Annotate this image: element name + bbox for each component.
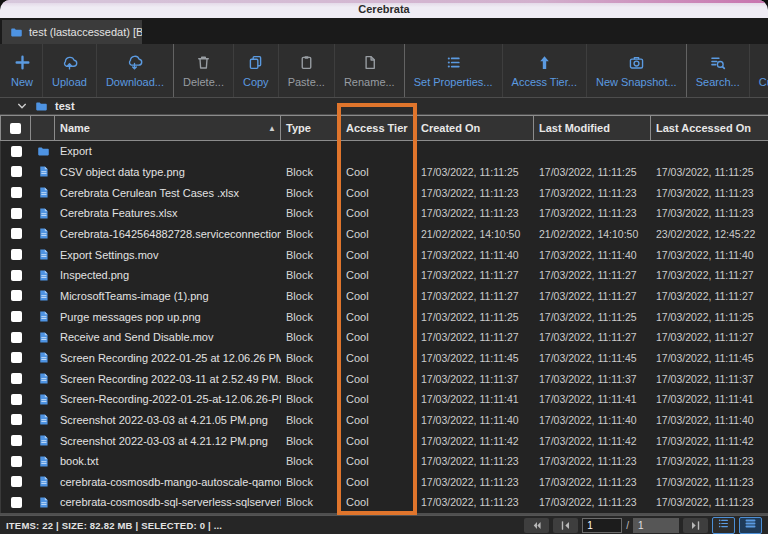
folder-icon <box>10 26 23 39</box>
pagination: / 1 <box>524 517 762 534</box>
cell-name: Export Settings.mov <box>55 249 281 261</box>
upload-button[interactable]: Upload <box>43 44 97 97</box>
new-snapshot-button[interactable]: New Snapshot... <box>587 44 687 97</box>
table-row[interactable]: Receive and Send Disable.mov Block Cool … <box>1 327 768 348</box>
search-icon <box>709 54 727 72</box>
copy-button[interactable]: Copy <box>234 44 279 97</box>
row-checkbox[interactable] <box>11 166 22 177</box>
row-checkbox[interactable] <box>11 435 22 446</box>
row-checkbox[interactable] <box>11 187 22 198</box>
table-row[interactable]: Screen Recording 2022-01-25 at 12.06.26 … <box>1 348 768 369</box>
table-row[interactable]: Screenshot 2022-03-03 at 4.21.05 PM.png … <box>1 410 768 431</box>
cell-type: Block <box>281 393 341 405</box>
table-row[interactable]: cerebrata-cosmosdb-sql-serverless-sqlser… <box>1 492 768 513</box>
header-last-modified[interactable]: Last Modified <box>534 116 651 140</box>
row-checkbox[interactable] <box>11 249 22 260</box>
cell-type: Block <box>281 187 341 199</box>
tree-root-row[interactable]: test <box>0 97 768 115</box>
cell-access-tier: Cool <box>341 414 416 426</box>
cell-last-accessed-on: 23/02/2022, 12:45:22 <box>651 228 768 240</box>
cell-last-modified: 17/03/2022, 11:11:45 <box>534 352 651 364</box>
cell-type: Block <box>281 435 341 447</box>
table-row[interactable]: Export <box>1 141 768 162</box>
table-row[interactable]: Screenshot 2022-03-03 at 4.21.12 PM.png … <box>1 430 768 451</box>
table-row[interactable]: cerebrata-cosmosdb-mango-autoscale-qamon… <box>1 472 768 493</box>
skip-first-icon[interactable] <box>553 518 578 533</box>
cell-last-modified: 17/03/2022, 11:11:41 <box>534 393 651 405</box>
table-row[interactable]: Cerebrata Cerulean Test Cases .xlsx Bloc… <box>1 182 768 203</box>
table-row[interactable]: Screen-Recording-2022-01-25-at-12.06.26-… <box>1 389 768 410</box>
table-row[interactable]: Screen Recording 2022-03-11 at 2.52.49 P… <box>1 368 768 389</box>
row-checkbox[interactable] <box>11 270 22 281</box>
row-checkbox[interactable] <box>11 311 22 322</box>
tab-blob-container[interactable]: test (lastaccessedat) [Blob <box>2 20 142 44</box>
row-checkbox[interactable] <box>11 208 22 219</box>
list-properties-icon <box>444 54 462 72</box>
cell-created-on: 17/03/2022, 11:11:23 <box>416 496 534 508</box>
status-summary: ITEMS: 22 | SIZE: 82.82 MB | SELECTED: 0… <box>6 520 222 531</box>
select-all-checkbox[interactable] <box>10 123 21 134</box>
tab-bar: test (lastaccessedat) [Blob <box>0 18 768 44</box>
tree-root-label: test <box>55 100 75 112</box>
table-row[interactable]: CSV object data type.png Block Cool 17/0… <box>1 162 768 183</box>
table-row[interactable]: MicrosoftTeams-image (1).png Block Cool … <box>1 286 768 307</box>
detail-view-button[interactable] <box>712 517 735 534</box>
search-button[interactable]: Search... <box>687 44 750 97</box>
cell-type: Block <box>281 311 341 323</box>
row-checkbox[interactable] <box>11 456 22 467</box>
row-checkbox[interactable] <box>11 146 22 157</box>
file-icon <box>37 165 50 178</box>
row-checkbox[interactable] <box>11 290 22 301</box>
chevron-down-icon[interactable] <box>16 100 28 112</box>
rename-button[interactable]: Rename... <box>335 44 405 97</box>
header-name[interactable]: Name ▲ <box>55 116 281 140</box>
row-checkbox[interactable] <box>11 497 22 508</box>
cell-created-on: 17/03/2022, 11:11:23 <box>416 455 534 467</box>
double-chevron-left-icon[interactable] <box>524 518 549 533</box>
download-button[interactable]: Download... <box>97 44 174 97</box>
row-checkbox[interactable] <box>11 332 22 343</box>
skip-last-icon[interactable] <box>683 518 708 533</box>
compact-view-button[interactable] <box>739 517 762 534</box>
table-row[interactable]: Cerebrata Features.xlsx Block Cool 17/03… <box>1 203 768 224</box>
cell-created-on: 17/03/2022, 11:11:40 <box>416 414 534 426</box>
cell-last-modified: 17/03/2022, 11:11:42 <box>534 435 651 447</box>
page-number-input[interactable] <box>582 518 622 533</box>
cell-access-tier: Cool <box>341 331 416 343</box>
set-properties-button[interactable]: Set Properties... <box>405 44 503 97</box>
cell-name: Cerebrata Cerulean Test Cases .xlsx <box>55 187 281 199</box>
row-checkbox[interactable] <box>11 394 22 405</box>
new-button[interactable]: New <box>2 44 43 97</box>
file-icon <box>37 269 50 282</box>
table-row[interactable]: Inspected.png Block Cool 17/03/2022, 11:… <box>1 265 768 286</box>
cell-name: Screenshot 2022-03-03 at 4.21.05 PM.png <box>55 414 281 426</box>
row-checkbox[interactable] <box>11 228 22 239</box>
table-row[interactable]: book.txt Block Cool 17/03/2022, 11:11:23… <box>1 451 768 472</box>
access-tier-button[interactable]: Access Tier... <box>503 44 587 97</box>
row-checkbox[interactable] <box>11 373 22 384</box>
paste-button[interactable]: Paste... <box>279 44 335 97</box>
window-title: Cerebrata <box>358 3 409 15</box>
customize-view-button[interactable]: Customize View... <box>750 44 768 97</box>
cell-last-accessed-on: 17/03/2022, 11:11:27 <box>651 269 768 281</box>
header-access-tier[interactable]: Access Tier <box>341 116 416 140</box>
row-checkbox[interactable] <box>11 476 22 487</box>
table-row[interactable]: Cerebrata-1642564882728.serviceconnectio… <box>1 224 768 245</box>
row-checkbox[interactable] <box>11 352 22 363</box>
table-row[interactable]: Export Settings.mov Block Cool 17/03/202… <box>1 244 768 265</box>
row-checkbox[interactable] <box>11 414 22 425</box>
cell-name: cerebrata-cosmosdb-mango-autoscale-qamon… <box>55 476 281 488</box>
file-icon <box>37 310 50 323</box>
cell-type: Block <box>281 476 341 488</box>
header-type[interactable]: Type <box>281 116 341 140</box>
cell-name: Cerebrata Features.xlsx <box>55 207 281 219</box>
delete-button[interactable]: Delete... <box>174 44 234 97</box>
cell-name: CSV object data type.png <box>55 166 281 178</box>
cell-created-on: 17/03/2022, 11:11:37 <box>416 373 534 385</box>
cell-last-accessed-on: 17/03/2022, 11:11:45 <box>651 352 768 364</box>
file-icon <box>37 475 50 488</box>
header-created-on[interactable]: Created On <box>416 116 534 140</box>
header-last-accessed-on[interactable]: Last Accessed On <box>651 116 768 140</box>
table-row[interactable]: Purge messages pop up.png Block Cool 17/… <box>1 306 768 327</box>
file-icon <box>37 455 50 468</box>
